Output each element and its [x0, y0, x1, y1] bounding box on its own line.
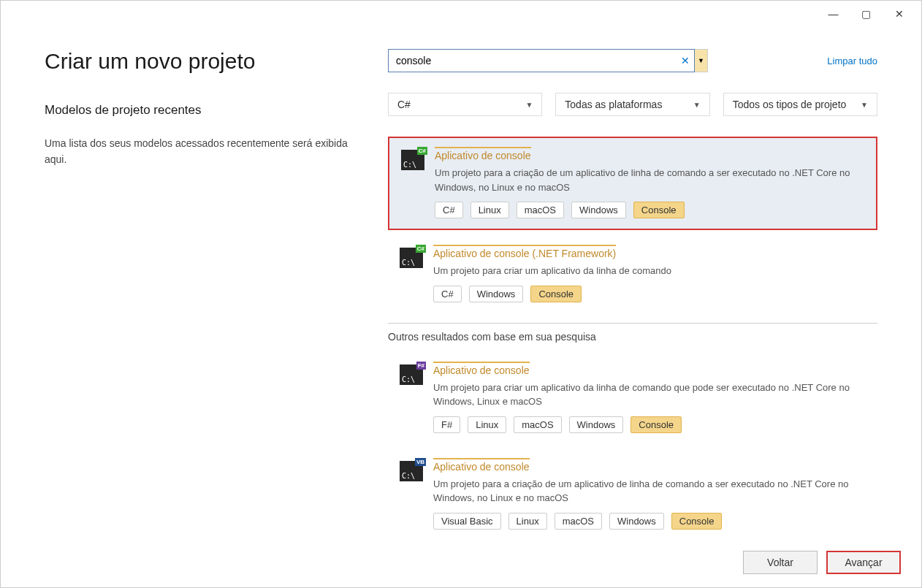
tag: Console: [633, 202, 685, 218]
search-box: ✕: [388, 49, 695, 72]
template-item[interactable]: C#Aplicativo de consoleUm projeto para a…: [388, 137, 877, 230]
tag: Windows: [469, 286, 524, 302]
minimize-button[interactable]: —: [817, 3, 850, 25]
recent-templates-hint: Uma lista dos seus modelos acessados rec…: [45, 135, 351, 168]
titlebar: — ▢ ✕: [1, 1, 921, 27]
clear-all-link[interactable]: Limpar tudo: [827, 56, 877, 66]
clear-search-icon[interactable]: ✕: [677, 50, 694, 72]
language-filter[interactable]: C# ▼: [388, 93, 542, 116]
tag: Linux: [470, 202, 509, 218]
divider: [388, 323, 877, 324]
template-description: Um projeto para a criação de um aplicati…: [435, 166, 864, 194]
template-description: Um projeto para a criação de um aplicati…: [433, 477, 866, 505]
platform-filter[interactable]: Todas as plataformas ▼: [555, 93, 709, 116]
template-description: Um projeto para criar um aplicativo da l…: [433, 264, 866, 278]
tag: Console: [630, 416, 682, 433]
tag: F#: [433, 416, 460, 433]
template-description: Um projeto para criar um aplicativo da l…: [433, 381, 866, 409]
language-badge: C#: [417, 147, 427, 155]
other-results-label: Outros resultados com base em sua pesqui…: [388, 331, 877, 343]
chevron-down-icon: ▼: [693, 101, 701, 109]
console-icon: VB: [400, 461, 423, 481]
language-badge: C#: [416, 245, 426, 253]
tag: Linux: [508, 513, 547, 530]
tag: Windows: [569, 416, 624, 433]
search-dropdown-button[interactable]: ▼: [695, 49, 708, 72]
template-item[interactable]: F#Aplicativo de consoleUm projeto para c…: [388, 353, 877, 443]
search-input[interactable]: [389, 50, 677, 72]
tag: Visual Basic: [433, 513, 501, 530]
tag: macOS: [555, 513, 602, 530]
template-title: Aplicativo de console: [435, 147, 531, 161]
template-title: Aplicativo de console (.NET Framework): [433, 245, 616, 259]
page-title: Criar um novo projeto: [45, 49, 351, 74]
template-item[interactable]: VBAplicativo de consoleUm projeto para a…: [388, 449, 877, 540]
chevron-down-icon: ▼: [525, 101, 533, 109]
platform-filter-value: Todas as plataformas: [565, 99, 662, 110]
recent-templates-heading: Modelos de projeto recentes: [45, 103, 351, 118]
tag: Console: [671, 513, 723, 530]
project-type-filter[interactable]: Todos os tipos de projeto ▼: [723, 93, 877, 116]
console-icon: C#: [401, 150, 424, 170]
language-badge: F#: [416, 362, 426, 370]
language-badge: VB: [415, 458, 426, 466]
maximize-button[interactable]: ▢: [850, 3, 883, 25]
template-tags: C#WindowsConsole: [433, 286, 866, 302]
template-title: Aplicativo de console: [433, 362, 530, 376]
back-button[interactable]: Voltar: [743, 551, 818, 574]
template-tags: Visual BasicLinuxmacOSWindowsConsole: [433, 513, 866, 530]
tag: Windows: [571, 202, 626, 218]
project-type-filter-value: Todos os tipos de projeto: [733, 99, 847, 110]
tag: Windows: [609, 513, 664, 530]
tag: Linux: [468, 416, 506, 433]
template-tags: F#LinuxmacOSWindowsConsole: [433, 416, 866, 433]
template-tags: C#LinuxmacOSWindowsConsole: [435, 202, 864, 218]
tag: Console: [530, 286, 582, 302]
console-icon: F#: [400, 364, 423, 385]
template-item[interactable]: C#Aplicativo de console (.NET Framework)…: [388, 236, 877, 313]
language-filter-value: C#: [397, 99, 411, 110]
tag: C#: [435, 202, 463, 218]
console-icon: C#: [400, 248, 423, 268]
tag: macOS: [517, 202, 564, 218]
template-title: Aplicativo de console: [433, 458, 530, 473]
next-button[interactable]: Avançar: [826, 551, 901, 574]
tag: C#: [433, 286, 462, 302]
chevron-down-icon: ▼: [861, 101, 868, 109]
close-button[interactable]: ✕: [883, 3, 915, 25]
tag: macOS: [514, 416, 561, 433]
